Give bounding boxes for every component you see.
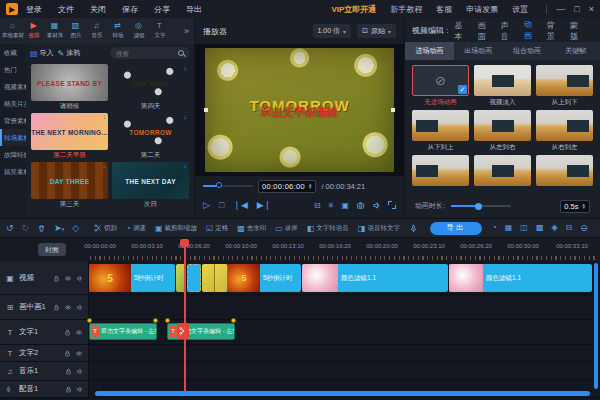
- seek-slider[interactable]: [203, 185, 253, 187]
- undo-icon[interactable]: ↺: [6, 223, 14, 233]
- checker-icon[interactable]: ▩: [536, 223, 544, 233]
- duration-slider-handle[interactable]: [475, 203, 482, 210]
- more-tabs-chevron-icon[interactable]: »: [181, 26, 192, 36]
- tab-stock-library[interactable]: ▦素材库: [44, 22, 65, 40]
- duration-stepper[interactable]: ▲▼: [582, 203, 586, 210]
- text2-track-lane[interactable]: [89, 345, 600, 361]
- category-funny[interactable]: 搞笑素材: [0, 163, 26, 180]
- tab-background[interactable]: 背景: [547, 15, 559, 46]
- tab-text[interactable]: T文字: [149, 22, 170, 40]
- download-icon[interactable]: ↓: [103, 162, 107, 169]
- tab-mask[interactable]: 蒙版: [570, 15, 582, 46]
- remove-watermark-button[interactable]: ▩去水印: [237, 224, 266, 233]
- menu-close-project[interactable]: 关闭: [90, 4, 106, 15]
- maximize-button[interactable]: □: [574, 4, 579, 14]
- keyframe-icon[interactable]: ◇: [72, 223, 79, 233]
- download-icon[interactable]: ↓: [184, 64, 188, 71]
- horizontal-scrollbar[interactable]: [95, 391, 590, 396]
- text-clip[interactable]: T 双击文字条编辑 - 左对: [89, 323, 157, 340]
- animation-thumbnail[interactable]: [536, 155, 593, 194]
- download-icon[interactable]: ↓: [103, 64, 107, 71]
- timer-icon[interactable]: ◔: [492, 223, 497, 233]
- speed-button[interactable]: ◔调速: [126, 224, 146, 233]
- minimize-button[interactable]: —: [556, 4, 565, 14]
- keyframe-pin[interactable]: [153, 318, 158, 323]
- screen-record-button[interactable]: ▭录屏: [275, 224, 298, 233]
- category-transitions[interactable]: 转场素材: [0, 129, 26, 146]
- playback-speed-dropdown[interactable]: 1.00 倍▾: [313, 24, 352, 38]
- timecode-stepper[interactable]: ▲▼: [308, 183, 312, 190]
- category-intros[interactable]: 精美片头: [0, 95, 26, 112]
- tab-picture[interactable]: 画面: [478, 15, 490, 46]
- subtab-exit-animation[interactable]: 出场动画: [454, 42, 503, 60]
- playhead-line[interactable]: [184, 246, 186, 392]
- split-columns-icon[interactable]: ◫: [520, 223, 528, 233]
- text-to-speech-button[interactable]: ◧文字转语音: [307, 224, 349, 233]
- export-button[interactable]: 导出: [430, 222, 482, 235]
- tab-filters[interactable]: ◎滤镜: [128, 22, 149, 40]
- clip-color-filter[interactable]: 颜色滤镜1.1: [449, 264, 592, 292]
- vertical-scrollbar[interactable]: [594, 263, 598, 389]
- tab-basic[interactable]: 基本: [454, 15, 466, 46]
- snapshot-camera-icon[interactable]: [356, 201, 365, 210]
- subtab-keyframe[interactable]: 关键帧: [551, 42, 600, 60]
- media-item[interactable]: THE NEXT DAY↓ 次日: [112, 162, 189, 209]
- download-icon[interactable]: ↓: [184, 113, 188, 120]
- text1-track-lane[interactable]: T 双击文字条编辑 - 左对 T 双击文字条编辑 - 左对: [89, 320, 600, 344]
- shield-icon[interactable]: ◈: [551, 223, 557, 233]
- clip-countdown[interactable]: 5 5秒倒计时: [89, 264, 175, 292]
- clip-selected[interactable]: [187, 264, 201, 292]
- animation-top-to-bottom[interactable]: 从上到下: [536, 65, 593, 107]
- menu-login[interactable]: 登录: [26, 4, 42, 15]
- grid-view-icon[interactable]: ▦: [505, 223, 513, 233]
- crop-zoom-button[interactable]: ▣裁剪和缩放: [155, 224, 197, 233]
- subtab-combo-animation[interactable]: 组合动画: [503, 42, 552, 60]
- timeline-ruler[interactable]: 封面 00:00:00:00 00:00:03:10 00:00:06:20 0…: [0, 238, 600, 262]
- clip-morning-thumbs[interactable]: [202, 264, 228, 292]
- split-scissors-badge[interactable]: [177, 323, 189, 339]
- download-icon[interactable]: ↓: [184, 162, 188, 169]
- current-timecode-box[interactable]: 00:00:06:00 ▲▼: [258, 180, 316, 193]
- close-button[interactable]: ×: [589, 4, 594, 14]
- cover-button[interactable]: 封面: [38, 243, 66, 256]
- play-button[interactable]: ▷: [203, 200, 210, 210]
- speaker-icon[interactable]: [76, 304, 83, 311]
- speech-to-text-button[interactable]: ◨语音转文字: [358, 224, 400, 233]
- category-video-assets[interactable]: 视频素材: [0, 78, 26, 95]
- tab-transitions[interactable]: ⇄转场: [107, 22, 128, 40]
- track-header-video[interactable]: ▣ 视频: [0, 262, 89, 294]
- doodle-button[interactable]: ✎涂鸦: [58, 48, 81, 58]
- clip-countdown[interactable]: 5 5秒倒计时: [228, 264, 301, 292]
- menu-save[interactable]: 保存: [122, 4, 138, 15]
- tab-music[interactable]: ♫音乐: [86, 22, 107, 40]
- track-header-pip[interactable]: ⊞ 画中画1: [0, 295, 89, 319]
- animation-fade-in[interactable]: 视频淡入: [474, 65, 531, 107]
- track-header-text1[interactable]: T 文字1: [0, 320, 89, 344]
- category-hot[interactable]: 热门: [0, 61, 26, 78]
- animation-none-selected[interactable]: ⊘✓ 无进场动画: [412, 65, 469, 107]
- selection-handle-left[interactable]: [204, 108, 208, 112]
- eye-icon[interactable]: [64, 275, 72, 282]
- media-item[interactable]: PLEASE STAND BY↓ 请稍候: [31, 64, 108, 111]
- keyframe-pin[interactable]: [231, 318, 236, 323]
- aspect-ratio-dropdown[interactable]: ⊡原始▾: [357, 24, 396, 38]
- subtab-enter-animation[interactable]: 进场动画: [405, 42, 454, 60]
- lock-icon[interactable]: [65, 386, 72, 393]
- media-item[interactable]: DAY FOUR↓ 第四天: [112, 64, 189, 111]
- panel-rows-icon[interactable]: ⊟: [566, 223, 573, 233]
- redo-icon[interactable]: ↻: [22, 223, 30, 233]
- speaker-icon[interactable]: [76, 275, 83, 282]
- animation-bottom-to-top[interactable]: 从下到上: [412, 110, 469, 152]
- zoom-out-icon[interactable]: ⊖: [580, 223, 588, 233]
- chroma-key-icon[interactable]: ✳: [328, 201, 335, 210]
- menu-tutorial[interactable]: 新手教程: [390, 4, 422, 15]
- track-header-text2[interactable]: T 文字2: [0, 345, 89, 361]
- lock-icon[interactable]: [64, 350, 71, 357]
- keyframe-pin[interactable]: [87, 318, 92, 323]
- lock-icon[interactable]: [64, 329, 71, 336]
- music-track-lane[interactable]: [89, 362, 600, 380]
- tab-video[interactable]: ▶视频: [23, 22, 44, 40]
- video-preview[interactable]: TOMORROW 双击文字条编辑: [205, 48, 394, 172]
- lock-icon[interactable]: [53, 275, 60, 282]
- trash-icon[interactable]: [37, 224, 46, 233]
